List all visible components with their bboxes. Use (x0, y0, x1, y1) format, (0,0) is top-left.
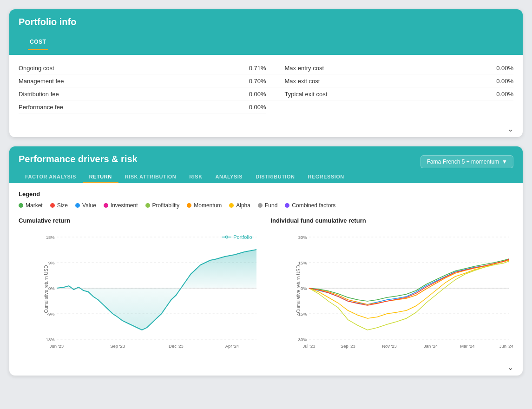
legend-investment: Investment (104, 202, 138, 209)
performance-fee-label: Performance fee (19, 104, 63, 111)
max-exit-cost-label: Max exit cost (285, 78, 320, 85)
ongoing-cost-value: 0.71% (249, 65, 266, 72)
alpha-dot (229, 203, 234, 208)
distribution-fee-row: Distribution fee 0.00% (19, 88, 266, 100)
momentum-dot (187, 203, 191, 208)
typical-exit-cost-label: Typical exit cost (285, 91, 328, 98)
legend-value-label: Value (82, 202, 96, 209)
svg-text:Jan '24: Jan '24 (424, 344, 438, 349)
tab-regression[interactable]: REGRESSION (301, 169, 350, 183)
management-fee-label: Management fee (19, 78, 64, 85)
profitability-dot (145, 203, 150, 208)
svg-text:15%: 15% (298, 261, 307, 265)
ongoing-cost-label: Ongoing cost (19, 65, 54, 72)
cost-tab-bar: COST (19, 32, 513, 50)
svg-text:Apr '24: Apr '24 (225, 344, 239, 349)
legend-combined-label: Combined factors (292, 202, 335, 209)
cumulative-chart-wrapper: Cumulative return USD Portfolio (37, 228, 262, 350)
legend-fund-label: Fund (265, 202, 277, 209)
svg-text:Mar '24: Mar '24 (460, 344, 474, 349)
tab-factor-analysis[interactable]: FACTOR ANALYSIS (19, 169, 83, 183)
legend-size: Size (50, 202, 68, 209)
svg-text:0%: 0% (48, 286, 55, 291)
tab-distribution[interactable]: DISTRIBUTION (249, 169, 301, 183)
max-exit-cost-value: 0.00% (496, 78, 513, 85)
market-dot (19, 203, 23, 208)
legend-alpha: Alpha (229, 202, 250, 209)
legend-profitability-label: Profitability (152, 202, 180, 209)
svg-text:18%: 18% (46, 235, 55, 240)
value-dot (75, 203, 80, 208)
cost-table: Ongoing cost 0.71% Management fee 0.70% … (9, 55, 523, 121)
portfolio-line-icon (222, 234, 231, 240)
typical-exit-cost-value: 0.00% (496, 91, 513, 98)
legend-items: Market Size Value Investment Profitabili… (19, 202, 513, 209)
max-entry-cost-value: 0.00% (496, 65, 513, 72)
max-exit-cost-row: Max exit cost 0.00% (266, 75, 514, 87)
typical-exit-cost-row: Typical exit cost 0.00% (266, 88, 514, 100)
performance-header: Performance drivers & risk Fama-French 5… (9, 146, 523, 169)
model-dropdown[interactable]: Fama-French 5 + momentum ▼ (420, 155, 513, 168)
portfolio-expand-btn[interactable]: ⌄ (9, 121, 523, 137)
performance-fee-value: 0.00% (249, 104, 266, 111)
cumulative-chart-container: Cumulative return Cumulative return USD … (19, 217, 262, 350)
svg-text:Sep '23: Sep '23 (110, 344, 125, 349)
legend-combined: Combined factors (285, 202, 335, 209)
portfolio-info-card: Portfolio info COST Ongoing cost 0.71% M… (9, 9, 523, 137)
legend-title: Legend (19, 191, 513, 198)
svg-text:Dec '23: Dec '23 (169, 344, 184, 349)
svg-text:Jul '23: Jul '23 (302, 344, 315, 349)
cumulative-chart-title: Cumulative return (19, 217, 262, 224)
investment-dot (104, 203, 108, 208)
cumulative-chart-svg: 18% 9% 0% -9% -18% Jun '23 Sep '23 Dec '… (37, 228, 262, 349)
svg-text:-18%: -18% (45, 337, 55, 342)
legend-market-label: Market (26, 202, 43, 209)
size-dot (50, 203, 55, 208)
management-fee-value: 0.70% (249, 78, 266, 85)
svg-text:Sep '23: Sep '23 (341, 344, 355, 349)
svg-text:Jun '24: Jun '24 (499, 344, 513, 349)
performance-title: Performance drivers & risk (19, 154, 138, 165)
legend-profitability: Profitability (145, 202, 180, 209)
max-entry-cost-label: Max entry cost (285, 65, 324, 72)
svg-text:Jun '23: Jun '23 (50, 344, 64, 349)
svg-text:9%: 9% (48, 261, 55, 265)
svg-text:Nov '23: Nov '23 (382, 344, 397, 349)
legend-size-label: Size (57, 202, 68, 209)
cost-left-column: Ongoing cost 0.71% Management fee 0.70% … (19, 62, 266, 113)
cost-tab[interactable]: COST (28, 35, 48, 50)
fund-dot (258, 203, 263, 208)
tab-analysis[interactable]: ANALYSIS (209, 169, 250, 183)
svg-text:0%: 0% (301, 286, 307, 291)
cost-right-column: Max entry cost 0.00% Max exit cost 0.00%… (266, 62, 514, 113)
max-entry-cost-row: Max entry cost 0.00% (266, 62, 514, 74)
legend-section: Legend Market Size Value Investment Prof… (9, 183, 523, 212)
legend-market: Market (19, 202, 43, 209)
ongoing-cost-row: Ongoing cost 0.71% (19, 62, 266, 74)
portfolio-info-title: Portfolio info (19, 17, 513, 27)
model-dropdown-label: Fama-French 5 + momentum (427, 158, 499, 165)
legend-value: Value (75, 202, 96, 209)
performance-tabs: FACTOR ANALYSIS RETURN RISK ATTRIBUTION … (9, 169, 523, 183)
legend-investment-label: Investment (111, 202, 138, 209)
charts-section: Cumulative return Cumulative return USD … (9, 212, 523, 359)
svg-point-1 (226, 236, 228, 238)
performance-card: Performance drivers & risk Fama-French 5… (9, 146, 523, 376)
legend-momentum: Momentum (187, 202, 222, 209)
individual-chart-wrapper: Cumulative return USD 30% 15% 0% -15% -3… (289, 228, 514, 350)
tab-risk[interactable]: RISK (183, 169, 209, 183)
legend-alpha-label: Alpha (236, 202, 250, 209)
individual-chart-title: Individual fund cumulative return (271, 217, 514, 224)
legend-fund: Fund (258, 202, 277, 209)
portfolio-info-header: Portfolio info COST (9, 9, 523, 55)
dropdown-arrow-icon: ▼ (502, 158, 507, 165)
portfolio-label: Portfolio (222, 234, 252, 240)
tab-risk-attribution[interactable]: RISK ATTRIBUTION (118, 169, 183, 183)
performance-fee-row: Performance fee 0.00% (19, 101, 266, 113)
svg-text:30%: 30% (298, 235, 307, 240)
distribution-fee-value: 0.00% (249, 91, 266, 98)
performance-expand-btn[interactable]: ⌄ (9, 359, 523, 376)
tab-return[interactable]: RETURN (83, 169, 118, 183)
individual-chart-container: Individual fund cumulative return Cumula… (271, 217, 514, 350)
combined-dot (285, 203, 289, 208)
